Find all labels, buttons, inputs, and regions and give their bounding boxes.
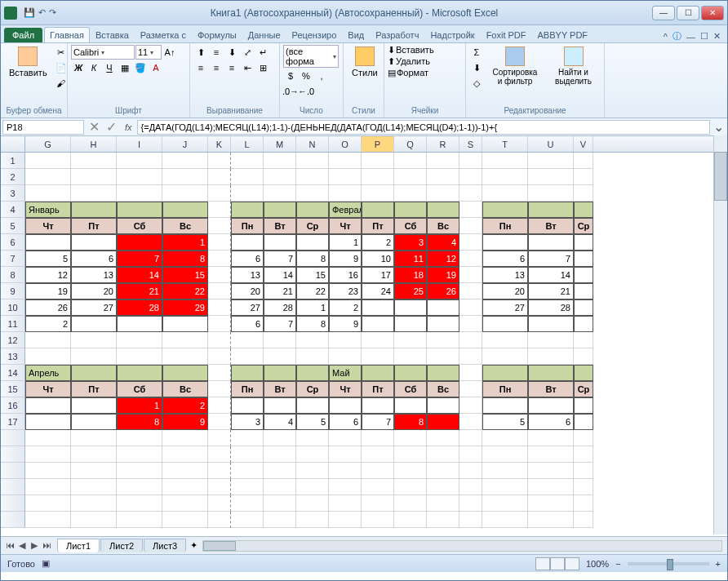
cell[interactable]	[162, 495, 208, 512]
cell[interactable]	[528, 153, 574, 169]
cell[interactable]: 6	[482, 251, 528, 267]
row-header[interactable]	[1, 495, 25, 512]
cell[interactable]	[362, 202, 394, 218]
cell[interactable]: 8	[394, 414, 427, 430]
cell[interactable]	[459, 463, 482, 479]
cell[interactable]	[71, 463, 117, 479]
col-header-I[interactable]: I	[117, 136, 162, 152]
cell[interactable]	[482, 463, 528, 479]
cell[interactable]	[117, 479, 162, 495]
cell[interactable]	[264, 495, 296, 512]
cell[interactable]: Пт	[362, 218, 394, 234]
cell[interactable]	[25, 153, 71, 169]
cell[interactable]	[329, 153, 362, 169]
cell[interactable]	[482, 479, 528, 495]
cell[interactable]	[574, 463, 593, 479]
cell[interactable]: Сб	[117, 218, 162, 234]
cell[interactable]: 21	[264, 283, 296, 299]
cell[interactable]	[459, 348, 482, 365]
cell[interactable]	[117, 348, 162, 365]
cell[interactable]	[427, 430, 459, 446]
cell[interactable]	[71, 332, 117, 348]
cell[interactable]: 5	[482, 414, 528, 430]
cell[interactable]	[162, 316, 208, 332]
cell[interactable]: 2	[329, 299, 362, 316]
cell[interactable]	[264, 202, 296, 218]
cell[interactable]	[71, 316, 117, 332]
cell[interactable]	[296, 234, 329, 251]
cell[interactable]	[459, 397, 482, 414]
cell[interactable]	[482, 365, 528, 381]
accept-formula-icon[interactable]: ✓	[103, 119, 120, 135]
cell[interactable]: Пн	[482, 381, 528, 397]
indent-dec-icon[interactable]: ⇤	[240, 60, 255, 75]
cell[interactable]	[574, 316, 593, 332]
cell[interactable]	[208, 299, 231, 316]
cell[interactable]: Чт	[329, 381, 362, 397]
cell[interactable]	[208, 430, 231, 446]
cell[interactable]	[528, 234, 574, 251]
cell[interactable]: 18	[394, 267, 427, 283]
row-header[interactable]: 3	[1, 185, 25, 202]
cell[interactable]	[574, 512, 593, 528]
font-color-icon[interactable]: A	[149, 60, 163, 75]
cell[interactable]: 7	[264, 316, 296, 332]
cell[interactable]	[427, 332, 459, 348]
percent-icon[interactable]: %	[299, 69, 313, 83]
cell[interactable]	[71, 234, 117, 251]
cell[interactable]	[482, 512, 528, 528]
cell[interactable]: 7	[528, 251, 574, 267]
cell[interactable]: Февраль	[329, 202, 362, 218]
cell[interactable]	[231, 397, 264, 414]
cell[interactable]	[117, 365, 162, 381]
cell[interactable]	[117, 495, 162, 512]
format-cells-button[interactable]: ▤Формат	[388, 68, 428, 78]
comma-icon[interactable]: ,	[314, 69, 329, 83]
cell[interactable]: 2	[162, 397, 208, 414]
cell[interactable]	[231, 430, 264, 446]
horizontal-scrollbar[interactable]	[202, 540, 722, 552]
zoom-level[interactable]: 100%	[586, 559, 609, 569]
minimize-button[interactable]: —	[652, 6, 675, 20]
cell[interactable]	[71, 202, 117, 218]
sheet-tab-3[interactable]: Лист3	[144, 539, 186, 552]
cell[interactable]: 5	[296, 414, 329, 430]
cell[interactable]	[362, 299, 394, 316]
cell[interactable]	[329, 332, 362, 348]
cell[interactable]	[362, 446, 394, 463]
tab-abbyy[interactable]: ABBYY PDF	[532, 27, 594, 42]
cell[interactable]	[528, 202, 574, 218]
cell[interactable]	[208, 202, 231, 218]
cell[interactable]: Чт	[329, 218, 362, 234]
decimal-inc-icon[interactable]: .0→	[283, 84, 298, 99]
cell[interactable]	[574, 479, 593, 495]
cut-icon[interactable]: ✂	[54, 45, 69, 60]
cell[interactable]	[296, 332, 329, 348]
cell[interactable]	[394, 430, 427, 446]
cell[interactable]: 1	[162, 234, 208, 251]
view-break-icon[interactable]	[565, 557, 579, 570]
cell[interactable]	[117, 446, 162, 463]
vertical-scrollbar[interactable]	[713, 135, 727, 534]
cell[interactable]: 28	[528, 299, 574, 316]
cell[interactable]	[264, 348, 296, 365]
cell[interactable]	[482, 495, 528, 512]
cell[interactable]	[329, 185, 362, 202]
cell[interactable]: Пт	[362, 381, 394, 397]
cell[interactable]: Ср	[296, 218, 329, 234]
bold-button[interactable]: Ж	[71, 60, 86, 75]
cell[interactable]: 2	[25, 316, 71, 332]
cell[interactable]	[528, 446, 574, 463]
cell[interactable]	[362, 348, 394, 365]
row-header[interactable]	[1, 446, 25, 463]
row-header[interactable]: 1	[1, 153, 25, 169]
qat-save-icon[interactable]: 💾	[24, 7, 35, 18]
cell[interactable]: 9	[162, 414, 208, 430]
cell[interactable]: 1	[117, 397, 162, 414]
cell[interactable]	[208, 479, 231, 495]
font-name-combo[interactable]: Calibri	[71, 45, 135, 60]
cell[interactable]	[427, 495, 459, 512]
cell[interactable]	[162, 153, 208, 169]
cell[interactable]	[427, 299, 459, 316]
cell[interactable]	[71, 430, 117, 446]
